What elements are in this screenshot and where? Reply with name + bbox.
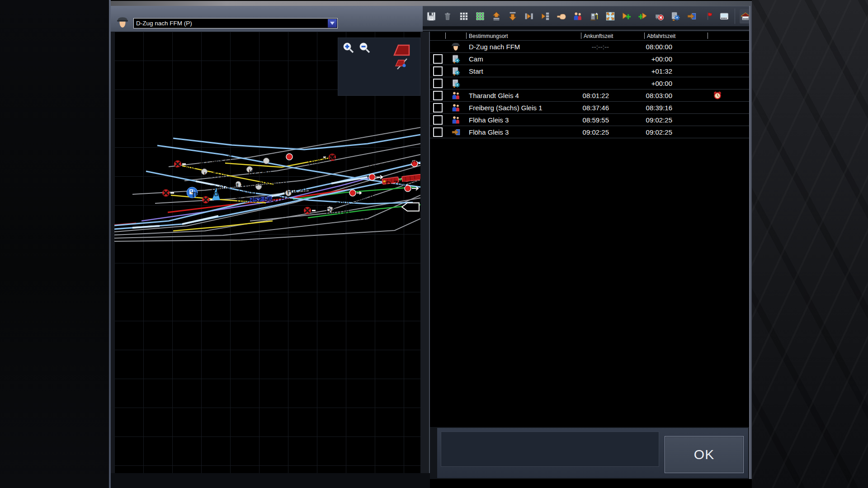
platform-icon bbox=[719, 11, 729, 21]
zoom-in-button[interactable] bbox=[344, 43, 353, 52]
timetable-row[interactable]: Freiberg (Sachs) Gleis 108:37:4608:39:16 bbox=[430, 102, 749, 114]
row-select-checkbox[interactable] bbox=[433, 103, 443, 113]
loco-delete-icon bbox=[654, 11, 664, 21]
dialog-mid-frame bbox=[420, 32, 430, 479]
toolbar-refuel-button[interactable] bbox=[588, 9, 600, 23]
toolbar-flag-button[interactable] bbox=[702, 9, 714, 23]
row-select-checkbox[interactable] bbox=[433, 115, 443, 125]
timetable-row[interactable]: D-Zug nach FFM--:--:--08:00:00 bbox=[430, 41, 749, 53]
destination-cell: Flöha Gleis 3 bbox=[466, 116, 581, 124]
toolbar-delete-button[interactable] bbox=[442, 9, 453, 23]
trash-icon bbox=[443, 11, 453, 21]
row-select-checkbox[interactable] bbox=[433, 66, 443, 76]
arrival-point-icon bbox=[445, 127, 466, 137]
timetable-row[interactable]: Cam+00:00 bbox=[430, 53, 749, 65]
timetable-row[interactable]: Flöha Gleis 309:02:2509:02:25 bbox=[430, 126, 749, 138]
arrival-cell: 08:59:55 bbox=[581, 116, 644, 124]
fuel-pump-icon bbox=[589, 11, 599, 21]
row-select-checkbox[interactable] bbox=[433, 127, 443, 137]
arrow-right-block-icon bbox=[524, 11, 534, 21]
timetable: BestimmungsortAnkunftszeitAbfahrtszeit D… bbox=[430, 32, 749, 427]
timetable-row[interactable]: +00:00 bbox=[430, 77, 749, 89]
passengers-icon bbox=[445, 115, 466, 125]
row-select-checkbox[interactable] bbox=[433, 54, 443, 64]
timetable-row[interactable]: Tharandt Gleis 408:01:2208:03:00 bbox=[430, 89, 749, 102]
note-area[interactable] bbox=[441, 432, 659, 467]
map-label: K2THA bbox=[249, 169, 272, 176]
train-selector-value: D-Zug nach FFM (P) bbox=[136, 19, 192, 28]
toolbar-goto-destination-button[interactable] bbox=[686, 9, 698, 23]
schedule-gear-icon bbox=[445, 54, 466, 64]
column-header-arrival: Ankunftszeit bbox=[581, 32, 644, 40]
row-select-cell bbox=[430, 103, 445, 113]
zoom-out-button[interactable] bbox=[360, 43, 369, 52]
timetable-row[interactable]: Start+01:32 bbox=[430, 65, 749, 77]
passengers-icon bbox=[445, 91, 466, 100]
toolbar-move-down-button[interactable] bbox=[507, 9, 519, 23]
toolbar-platform-button[interactable] bbox=[718, 9, 730, 23]
toolbar-point-hand-button[interactable] bbox=[556, 9, 567, 23]
toolbar bbox=[423, 6, 752, 26]
row-select-cell bbox=[430, 54, 445, 64]
timetable-row[interactable]: Flöha Gleis 308:59:5509:02:25 bbox=[430, 114, 749, 126]
loco-marker-lever-icon[interactable] bbox=[396, 59, 407, 69]
column-header-name: Bestimmungsort bbox=[466, 32, 581, 40]
toolbar-add-after-button[interactable] bbox=[621, 9, 632, 23]
grid-green-icon bbox=[475, 11, 485, 21]
column-header-departure: Abfahrtszeit bbox=[644, 32, 708, 40]
destination-cell: Start bbox=[466, 67, 581, 75]
dialog-bottom-left bbox=[111, 473, 430, 488]
departure-cell: +01:32 bbox=[644, 67, 708, 75]
ok-button[interactable]: OK bbox=[665, 436, 744, 473]
toolbar-edit-schedule-button[interactable] bbox=[670, 9, 681, 23]
toolbar-remove-stop-button[interactable] bbox=[653, 9, 665, 23]
toolbar-insert-right-button[interactable] bbox=[523, 9, 535, 23]
track-map[interactable]: Tharandt Gleis 24(S) BR52-StoppD-Zug nac… bbox=[114, 32, 420, 473]
train-driver-icon bbox=[115, 15, 130, 29]
destination-cell: Tharandt Gleis 4 bbox=[466, 92, 581, 99]
red-flag-icon bbox=[703, 11, 713, 21]
departure-cell: 09:02:25 bbox=[644, 116, 708, 124]
schedule-gear-icon bbox=[445, 79, 466, 88]
passengers-icon bbox=[445, 103, 466, 113]
arrow-into-square-icon bbox=[687, 11, 697, 21]
toolbar-grid-all-button[interactable] bbox=[458, 9, 470, 23]
loco-marker-large-icon[interactable] bbox=[394, 45, 409, 55]
arrow-up-tray-icon bbox=[491, 11, 501, 21]
document-gear-icon bbox=[670, 11, 680, 21]
toolbar-insert-list-button[interactable] bbox=[539, 9, 551, 23]
departure-cell: +00:00 bbox=[644, 80, 708, 87]
arrow-plus-icon bbox=[622, 11, 632, 21]
map-control-panel bbox=[338, 38, 420, 96]
dialog-top-edge bbox=[111, 1, 752, 6]
row-select-checkbox[interactable] bbox=[433, 91, 443, 100]
map-label: 13 bbox=[408, 203, 416, 211]
map-label: (S) BR52-Stopp bbox=[368, 155, 419, 173]
arrival-cell: 08:01:22 bbox=[581, 92, 644, 99]
arrival-cell: 08:37:46 bbox=[581, 104, 644, 112]
train-selector-dropdown[interactable]: D-Zug nach FFM (P) bbox=[133, 18, 338, 28]
toolbar-grid-green-button[interactable] bbox=[474, 9, 486, 23]
chevron-down-icon[interactable] bbox=[328, 19, 337, 28]
toolbar-passengers-button[interactable] bbox=[572, 9, 584, 23]
plus-arrow-icon bbox=[638, 11, 648, 21]
toolbar-expand-button[interactable] bbox=[604, 9, 616, 23]
column-header-icon bbox=[445, 32, 466, 40]
departure-cell: 09:02:25 bbox=[644, 128, 708, 136]
departure-cell: 08:39:16 bbox=[644, 104, 708, 112]
arrival-cell: 09:02:25 bbox=[581, 128, 644, 136]
row-select-checkbox[interactable] bbox=[433, 79, 443, 88]
toolbar-move-up-button[interactable] bbox=[491, 9, 502, 23]
toolbar-add-before-button[interactable] bbox=[637, 9, 649, 23]
map-label: K1THA bbox=[204, 171, 227, 179]
train-driver-icon bbox=[445, 41, 466, 52]
toolbar-divider bbox=[423, 26, 752, 32]
timetable-header: BestimmungsortAnkunftszeitAbfahrtszeit bbox=[430, 32, 749, 41]
grid-white-icon bbox=[459, 11, 469, 21]
departure-cell: 08:00:00 bbox=[644, 43, 708, 51]
row-select-cell bbox=[430, 79, 445, 88]
toolbar-save-button[interactable] bbox=[425, 9, 437, 23]
row-select-cell bbox=[430, 66, 445, 76]
timetable-body: D-Zug nach FFM--:--:--08:00:00Cam+00:00S… bbox=[430, 41, 749, 138]
alarm-clock-icon bbox=[708, 91, 727, 100]
